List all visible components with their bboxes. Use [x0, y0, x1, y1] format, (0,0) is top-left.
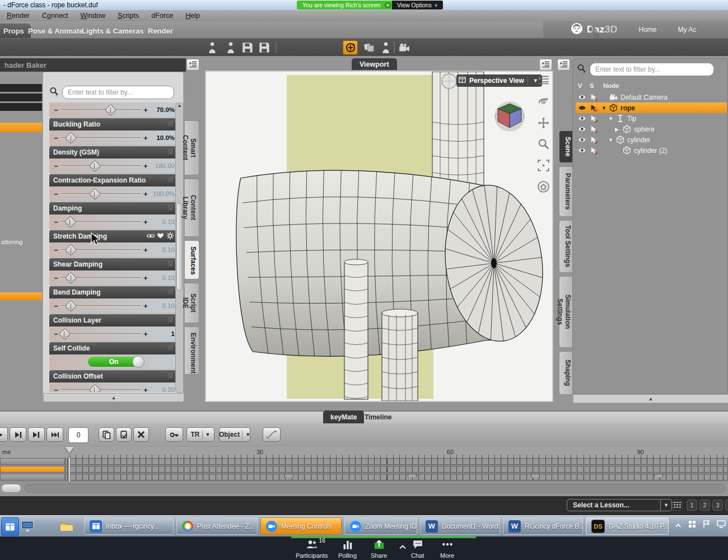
slider-control[interactable]: On: [49, 354, 178, 369]
save-pose-icon[interactable]: [256, 40, 272, 55]
slider-handle[interactable]: [90, 189, 100, 199]
dock-tab-simulation-settings[interactable]: Simulation Settings: [559, 276, 573, 348]
slider-control[interactable]: −+180.00: [49, 158, 178, 173]
visibility-eye-icon[interactable]: [576, 125, 588, 133]
playhead-line[interactable]: [68, 457, 71, 483]
slider-increment[interactable]: +: [142, 190, 149, 198]
slider-decrement[interactable]: −: [53, 190, 59, 198]
slider-handle[interactable]: [90, 385, 100, 392]
pinned-folder-icon[interactable]: [58, 517, 75, 535]
slider-decrement[interactable]: −: [53, 386, 59, 393]
slider-track[interactable]: [61, 298, 141, 313]
play-end-icon[interactable]: [46, 427, 63, 442]
tab-lights-cameras[interactable]: Lights & Cameras: [75, 24, 151, 38]
scene-node-default-camera[interactable]: Default Camera: [576, 92, 727, 102]
slider-control[interactable]: −+70.0%: [49, 102, 178, 117]
search-icon[interactable]: [577, 64, 586, 76]
dock-tab-environment[interactable]: Environment: [185, 326, 199, 375]
menu-help[interactable]: Help: [185, 12, 200, 20]
frame-icon[interactable]: [538, 160, 549, 174]
tray-up-icon[interactable]: [675, 520, 682, 530]
timeline-tracks[interactable]: [0, 458, 728, 483]
selectable-cursor-icon[interactable]: [588, 125, 600, 133]
slider-control[interactable]: −+0.10: [49, 270, 178, 285]
dock-tab-scene[interactable]: Scene: [559, 130, 573, 163]
lesson-number-1[interactable]: 1: [687, 500, 697, 511]
taskbar-button-word-5[interactable]: WRGcincy dForce B...: [503, 517, 583, 535]
scene-node-cylinder-2-[interactable]: cylinder (2): [576, 145, 727, 156]
slider-handle[interactable]: [66, 245, 76, 255]
slider-handle[interactable]: [65, 217, 75, 227]
taskbar-button-word-4[interactable]: WDocument1 - Word: [420, 517, 500, 535]
orbit-icon[interactable]: [538, 96, 549, 110]
slider-handle[interactable]: [90, 161, 100, 171]
tray-grid-icon[interactable]: [688, 520, 696, 530]
gear-icon[interactable]: [167, 148, 174, 157]
surfaces-scroll-strip[interactable]: ▲: [43, 393, 184, 402]
dock-tab-surfaces[interactable]: Surfaces: [185, 240, 199, 279]
lesson-dropdown[interactable]: Select a Lesson...: [567, 499, 661, 511]
zoom-share-button[interactable]: Share: [371, 539, 387, 559]
scroll-up-icon[interactable]: ▲: [176, 103, 183, 108]
view-navigation-cube[interactable]: [493, 100, 526, 136]
object-dropdown[interactable]: Object▼: [219, 427, 250, 442]
zoom-polling-button[interactable]: Polling: [338, 539, 357, 559]
visibility-eye-icon[interactable]: [576, 104, 588, 112]
curve-icon[interactable]: [263, 427, 281, 442]
gear-icon[interactable]: [167, 344, 174, 353]
gear-icon[interactable]: [167, 372, 174, 381]
tray-flag-icon[interactable]: [703, 520, 710, 530]
key-marker[interactable]: [531, 474, 540, 477]
slider-decrement[interactable]: −: [53, 302, 59, 310]
dock-tab-content-library[interactable]: Content Library: [185, 179, 199, 237]
track-label-column[interactable]: [0, 474, 65, 480]
play-key-icon[interactable]: [28, 427, 45, 442]
figure-add-icon[interactable]: [204, 40, 220, 55]
visibility-eye-icon[interactable]: [576, 114, 588, 123]
zoom-expand-button[interactable]: [399, 543, 407, 552]
frame-counter[interactable]: 0: [68, 427, 88, 443]
collapse-icon[interactable]: ▼: [601, 105, 608, 111]
selectable-cursor-icon[interactable]: [588, 94, 600, 101]
lesson-dropdown-caret[interactable]: ▼: [661, 499, 672, 511]
slider-control[interactable]: −+1: [49, 326, 178, 341]
brand-link-account[interactable]: My Ac: [678, 26, 696, 34]
slider-control[interactable]: −+0.20: [49, 382, 178, 392]
figure-select-icon[interactable]: [378, 40, 393, 55]
surface-select-icon[interactable]: [361, 40, 376, 55]
selectable-cursor-icon[interactable]: [588, 136, 600, 144]
slider-increment[interactable]: +: [142, 134, 149, 142]
gear-icon[interactable]: [167, 204, 174, 213]
view-selector[interactable]: Perspective View ▼: [456, 74, 542, 87]
scene-node-tip[interactable]: ▼Tip: [576, 113, 727, 124]
taskbar-button-daz-6[interactable]: DSDAZ Studio 4.10 P...: [586, 517, 669, 535]
timeline-hscroll-pill[interactable]: [1, 484, 21, 493]
copy-key-icon[interactable]: [99, 427, 114, 442]
gear-icon[interactable]: [166, 232, 174, 241]
zoom-icon[interactable]: [538, 138, 549, 152]
slider-control[interactable]: −+0.10: [49, 214, 178, 229]
node-rotate-icon[interactable]: [343, 40, 358, 55]
slider-control[interactable]: −+10.0%: [49, 130, 178, 145]
slider-handle[interactable]: [66, 133, 76, 143]
slider-decrement[interactable]: −: [53, 134, 59, 142]
left-pane-options-icon[interactable]: [186, 59, 199, 71]
selectable-cursor-icon[interactable]: [588, 115, 600, 123]
dock-tab-tool-settings[interactable]: Tool Settings: [559, 220, 573, 273]
save-arrow-icon[interactable]: [240, 40, 255, 55]
dock-tab-parameters[interactable]: Parameters: [559, 166, 573, 217]
link-icon[interactable]: [147, 232, 155, 241]
timeline-hscrollbar[interactable]: [25, 484, 726, 493]
selectable-cursor-icon[interactable]: [588, 147, 600, 155]
slider-track[interactable]: [61, 382, 141, 392]
gear-icon[interactable]: [167, 120, 174, 129]
search-icon[interactable]: [49, 87, 59, 99]
zoom-chat-button[interactable]: Chat: [411, 539, 424, 559]
pane-options-icon[interactable]: [538, 74, 549, 88]
menu-scripts[interactable]: Scripts: [118, 12, 139, 20]
visibility-eye-icon[interactable]: [576, 93, 588, 101]
collapse-icon[interactable]: ▼: [608, 116, 615, 122]
slider-increment[interactable]: +: [142, 302, 149, 310]
slider-handle[interactable]: [66, 273, 76, 283]
playhead[interactable]: [65, 447, 74, 458]
